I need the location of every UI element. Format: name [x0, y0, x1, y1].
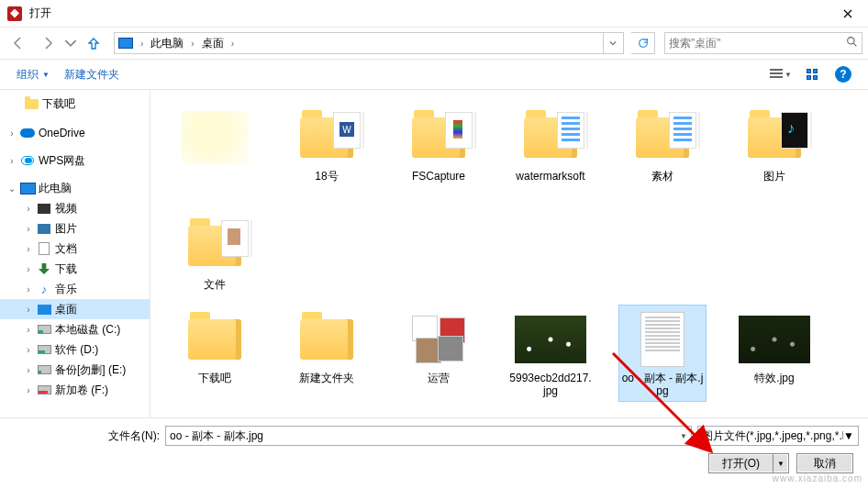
filename-value: oo - 副本 - 副本.jpg: [170, 428, 263, 444]
file-item[interactable]: [171, 103, 259, 187]
file-label: 18号: [315, 170, 338, 183]
chevron-down-icon[interactable]: ▼: [680, 432, 687, 440]
file-label: 新建文件夹: [299, 372, 354, 384]
file-item[interactable]: 18号: [283, 103, 371, 187]
tree-label: OneDrive: [39, 127, 85, 139]
file-label: 文件: [204, 278, 226, 291]
expand-icon[interactable]: ›: [7, 128, 17, 139]
open-button-dropdown[interactable]: ▼: [773, 460, 788, 468]
nav-recent-dropdown[interactable]: [64, 30, 77, 56]
file-item[interactable]: 5993ecb2dd217.jpg: [506, 305, 595, 402]
file-item[interactable]: watermarksoft: [506, 103, 595, 187]
file-item[interactable]: 新建文件夹: [283, 305, 371, 402]
tree-label: WPS网盘: [39, 153, 85, 169]
file-item-selected[interactable]: oo - 副本 - 副本.jpg: [618, 305, 707, 402]
music-icon: ♪: [37, 282, 51, 296]
tree-label: 音乐: [55, 282, 77, 297]
filename-label: 文件名(N):: [108, 428, 160, 444]
open-button[interactable]: 打开(O) ▼: [708, 453, 789, 473]
tree-item-disk-f[interactable]: ›新加卷 (F:): [0, 380, 150, 400]
tree-item-documents[interactable]: ›文档: [0, 239, 150, 259]
pictures-icon: [38, 224, 50, 234]
tree-item-videos[interactable]: ›视频: [0, 198, 150, 218]
pc-icon: [21, 183, 35, 194]
collage-thumb: [412, 316, 465, 363]
address-history-dropdown[interactable]: [603, 33, 621, 53]
search-box[interactable]: [664, 32, 862, 54]
text-page-thumbnail: [640, 312, 684, 367]
view-list-icon: [770, 69, 783, 80]
new-folder-button[interactable]: 新建文件夹: [59, 63, 125, 86]
folder-thumb-icon: [221, 220, 249, 257]
tree-item-onedrive[interactable]: ›OneDrive: [0, 123, 150, 143]
file-type-filter[interactable]: 图片文件(*.jpg,*.jpeg,*.png,*.bmp) ▼: [697, 426, 859, 446]
collapse-icon[interactable]: ⌄: [7, 183, 17, 194]
file-item[interactable]: 运营: [395, 305, 483, 402]
file-label: FSCapture: [412, 170, 465, 183]
nav-up-button[interactable]: [81, 30, 106, 56]
tree-item-disk-c[interactable]: ›本地磁盘 (C:): [0, 319, 150, 339]
tree-item-thispc[interactable]: ⌄此电脑: [0, 178, 150, 198]
file-item[interactable]: FSCapture: [395, 103, 483, 187]
folder-thumb-icon: [669, 112, 696, 149]
help-icon: ?: [835, 66, 851, 83]
file-item[interactable]: 素材: [618, 103, 707, 187]
tree-item-disk-e[interactable]: ›备份[勿删] (E:): [0, 360, 150, 380]
tree-item-wps[interactable]: ›WPS网盘: [0, 150, 150, 171]
file-list[interactable]: 18号 FSCapture watermarksoft 素材 图片 文件 下载吧…: [150, 90, 868, 417]
search-input[interactable]: [669, 37, 846, 50]
tree-label: 文档: [55, 241, 77, 257]
preview-pane-button[interactable]: [798, 63, 826, 85]
file-item[interactable]: 文件: [171, 211, 259, 295]
blurred-thumbnail: [181, 111, 249, 164]
file-item[interactable]: 图片: [730, 103, 818, 187]
tree-item-disk-d[interactable]: ›软件 (D:): [0, 339, 150, 360]
chevron-down-icon: ▼: [42, 71, 50, 79]
tree-label: 图片: [55, 221, 77, 237]
expand-icon[interactable]: ›: [7, 156, 17, 166]
tree-label: 视频: [55, 201, 77, 217]
tree-label: 备份[勿删] (E:): [55, 362, 126, 378]
file-label: 图片: [763, 170, 785, 183]
cancel-label: 取消: [814, 456, 836, 472]
file-item[interactable]: 下载吧: [171, 305, 259, 402]
refresh-button[interactable]: [631, 32, 655, 54]
tree-label: 桌面: [55, 302, 77, 317]
tree-item-pictures[interactable]: ›图片: [0, 218, 150, 239]
file-label: oo - 副本 - 副本.jpg: [621, 372, 704, 397]
file-item[interactable]: 特效.jpg: [730, 305, 818, 402]
folder-icon: [300, 319, 353, 360]
breadcrumb-thispc[interactable]: 此电脑: [149, 36, 185, 51]
close-button[interactable]: [827, 0, 868, 28]
tree-label: 新加卷 (F:): [55, 383, 108, 398]
svg-point-0: [848, 38, 854, 44]
filename-combobox[interactable]: oo - 副本 - 副本.jpg ▼: [165, 426, 692, 446]
tree-item-desktop[interactable]: ›桌面: [0, 299, 150, 319]
tree-label: 下载吧: [42, 96, 75, 112]
chevron-right-icon[interactable]: ›: [187, 39, 197, 49]
chevron-down-icon: ▼: [785, 71, 792, 79]
chevron-right-icon[interactable]: ›: [228, 39, 238, 49]
tree-item-downloads-folder[interactable]: 下载吧: [0, 94, 150, 114]
word-doc-icon: [333, 112, 361, 149]
folder-icon: [188, 319, 241, 360]
address-bar[interactable]: › 此电脑 › 桌面 ›: [114, 32, 624, 54]
help-button[interactable]: ?: [829, 63, 857, 85]
search-icon[interactable]: [846, 36, 858, 50]
chevron-down-icon[interactable]: ▼: [843, 429, 854, 442]
tiktok-icon: [781, 112, 808, 149]
tree-item-music[interactable]: ›♪音乐: [0, 279, 150, 299]
organize-menu[interactable]: 组织▼: [11, 63, 55, 86]
download-icon: [39, 263, 50, 274]
navigation-tree[interactable]: 下载吧 ›OneDrive ›WPS网盘 ⌄此电脑 ›视频 ›图片 ›文档 ›下…: [0, 90, 150, 417]
cancel-button[interactable]: 取消: [796, 453, 853, 473]
file-label: watermarksoft: [516, 170, 584, 183]
new-folder-label: 新建文件夹: [64, 67, 119, 83]
view-options-button[interactable]: ▼: [767, 63, 795, 85]
organize-label: 组织: [17, 67, 39, 83]
open-button-label: 打开(O): [709, 454, 773, 472]
tree-item-downloads[interactable]: ›下载: [0, 259, 150, 279]
breadcrumb-desktop[interactable]: 桌面: [200, 36, 226, 51]
nav-back-button[interactable]: [6, 30, 31, 56]
chevron-right-icon[interactable]: ›: [137, 39, 147, 49]
